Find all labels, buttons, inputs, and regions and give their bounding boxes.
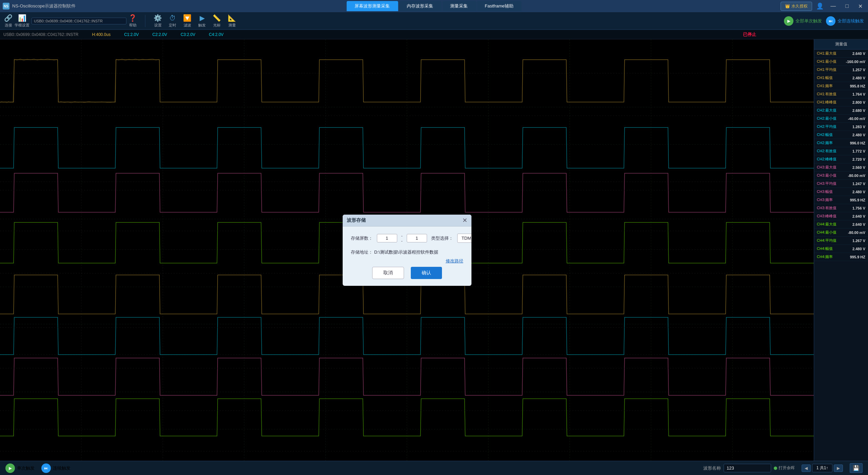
page-number: 1 — [816, 466, 819, 470]
all-continuous-label: 全部连续触发 — [837, 18, 864, 24]
meas-value: -40.00 mV — [848, 117, 865, 121]
measurement-row: CH3:峰峰值2.640 V — [814, 212, 868, 220]
toolbar-light[interactable]: 📏 光标 — [213, 14, 221, 28]
tab-fastframe[interactable]: Fastframe辅助 — [477, 1, 522, 11]
meas-label: CH4:幅值 — [817, 246, 833, 251]
meas-label: CH2:频率 — [817, 140, 833, 145]
maximize-button[interactable]: □ — [843, 2, 851, 10]
measurement-row: CH1:峰峰值2.800 V — [814, 98, 868, 106]
measurement-row: CH3:频率995.9 HZ — [814, 196, 868, 204]
meas-value: 2.800 V — [852, 100, 865, 104]
toolbar-settings[interactable]: ⚙️ 设置 — [154, 14, 162, 28]
status-ch3: C3:2.0V — [181, 32, 195, 37]
measurement-row: CH2:峰峰值2.720 V — [814, 155, 868, 163]
minimize-button[interactable]: — — [828, 2, 839, 10]
measurement-row: CH3:幅值2.480 V — [814, 188, 868, 196]
meas-value: 1.267 V — [852, 239, 865, 243]
meas-value: 1.772 V — [852, 149, 865, 153]
title-bar-right: 👑 水久授权 👤 — □ ✕ — [781, 2, 865, 11]
toolbar-trigger[interactable]: ▶ 触发 — [198, 14, 206, 28]
tab-screen[interactable]: 屏幕波形测量采集 — [346, 1, 398, 11]
modal-close-button[interactable]: ✕ — [462, 217, 467, 223]
wave-name-label: 波形名称 — [703, 465, 721, 471]
meas-label: CH3:平均值 — [817, 181, 836, 186]
meas-label: CH3:频率 — [817, 197, 833, 202]
close-button[interactable]: ✕ — [855, 2, 865, 10]
toolbar-measure[interactable]: 📐 测量 — [228, 14, 236, 28]
meas-value: 996.0 HZ — [850, 141, 865, 145]
oscilloscope-display[interactable]: 波形存储 ✕ 存储屏数： -- 类型选择： TDMS CSV BIN — [0, 39, 814, 461]
storage-from-input[interactable] — [377, 234, 397, 242]
status-bar: USB0::0x0699::0x0408::C041762::INSTR H:4… — [0, 30, 868, 39]
app-logo: NS — [3, 3, 9, 9]
meas-label: CH1:幅值 — [817, 75, 833, 80]
right-panel-title: 测量值 — [814, 39, 868, 50]
status-ch2: C2:2.0V — [153, 32, 167, 37]
all-continuous-trigger-btn[interactable]: ⏭ 全部连续触发 — [826, 16, 864, 26]
meas-value: 995.8 HZ — [850, 84, 865, 88]
measurement-row: CH1:幅值2.480 V — [814, 74, 868, 82]
measurement-row: CH4:平均值1.267 V — [814, 237, 868, 245]
open-persistence: 打开余晖 — [774, 465, 795, 471]
modal-overlay: 波形存储 ✕ 存储屏数： -- 类型选择： TDMS CSV BIN — [0, 39, 814, 461]
page-display: 1 共1↑ — [812, 464, 832, 472]
crown-button[interactable]: 👑 水久授权 — [781, 2, 812, 11]
wave-name-input[interactable] — [724, 464, 771, 472]
trigger-label: 触发 — [198, 23, 206, 28]
user-icon[interactable]: 👤 — [816, 2, 824, 10]
continuous-trigger-play-icon: ⏭ — [41, 463, 51, 473]
measurements-container: CH1:最大值2.640 VCH1:最小值-160.00 mVCH1:平均值1.… — [814, 50, 868, 261]
page-next-button[interactable]: ▶ — [834, 464, 843, 472]
meas-label: CH3:最大值 — [817, 165, 836, 170]
toolbar-connect[interactable]: 🔗 连接 — [4, 14, 13, 28]
measurement-row: CH1:有效值1.764 V — [814, 90, 868, 98]
change-path-link[interactable]: 修改路径 — [351, 258, 463, 264]
meas-label: CH2:峰峰值 — [817, 157, 836, 162]
meas-label: CH2:幅值 — [817, 132, 833, 137]
modal-confirm-button[interactable]: 确认 — [411, 267, 442, 279]
measurement-row: CH1:平均值1.257 V — [814, 66, 868, 74]
meas-value: 2.640 V — [852, 214, 865, 218]
measure-icon: 📐 — [228, 14, 236, 22]
page-of: 共1↑ — [820, 466, 828, 470]
title-bar-left: NS NS-Oscilloscope示波器控制软件 — [3, 3, 76, 9]
measurement-row: CH4:最小值-80.00 mV — [814, 229, 868, 237]
meas-label: CH3:幅值 — [817, 189, 833, 194]
meas-value: -160.00 mV — [846, 60, 865, 64]
modal-title: 波形存储 — [347, 217, 366, 223]
meas-value: 2.480 V — [852, 133, 865, 137]
light-label: 光标 — [213, 23, 221, 28]
meas-label: CH2:最小值 — [817, 116, 836, 121]
path-value: D:\测试数据\示波器程控软件数据 — [374, 250, 438, 255]
measurement-row: CH2:频率996.0 HZ — [814, 139, 868, 147]
filter-label: 滤波 — [184, 23, 191, 28]
page-nav: ◀ 1 共1↑ ▶ — [802, 464, 843, 472]
meas-value: 2.640 V — [852, 52, 865, 56]
crown-label: 水久授权 — [791, 3, 808, 9]
toolbar-channel-settings[interactable]: 📊 学模设置 — [15, 14, 29, 28]
open-persistence-label: 打开余晖 — [779, 465, 795, 471]
measurement-row: CH4:最大值2.640 V — [814, 220, 868, 229]
tab-measure[interactable]: 测量采集 — [442, 1, 476, 11]
page-prev-button[interactable]: ◀ — [802, 464, 811, 472]
modal-dash: -- — [401, 233, 403, 243]
save-button[interactable]: 💾 — [850, 463, 863, 473]
modal-body: 存储屏数： -- 类型选择： TDMS CSV BIN 存储地址： D: — [343, 226, 471, 286]
continuous-trigger-btn[interactable]: ⏭ 连续触发 — [41, 463, 70, 473]
toolbar-timing[interactable]: ⏱ 定时 — [169, 14, 176, 28]
single-trigger-btn[interactable]: ▶ 单次触发 — [5, 463, 35, 473]
stop-status: 已停止 — [743, 32, 756, 38]
toolbar-help[interactable]: ❓ 帮助 — [128, 14, 137, 28]
storage-to-input[interactable] — [407, 234, 427, 242]
measurement-row: CH4:频率995.9 HZ — [814, 253, 868, 261]
tab-memory[interactable]: 内存波形采集 — [399, 1, 441, 11]
toolbar-filter[interactable]: 🔽 滤波 — [183, 14, 191, 28]
meas-value: 2.480 V — [852, 190, 865, 194]
toolbar-divider-1 — [145, 15, 145, 27]
measurement-row: CH1:最大值2.640 V — [814, 50, 868, 58]
address-input[interactable] — [32, 18, 126, 24]
measurement-row: CH2:平均值1.283 V — [814, 123, 868, 131]
all-single-trigger-btn[interactable]: ▶ 全部单次触发 — [784, 16, 822, 26]
type-select[interactable]: TDMS CSV BIN — [457, 234, 471, 243]
modal-cancel-button[interactable]: 取消 — [372, 267, 404, 279]
